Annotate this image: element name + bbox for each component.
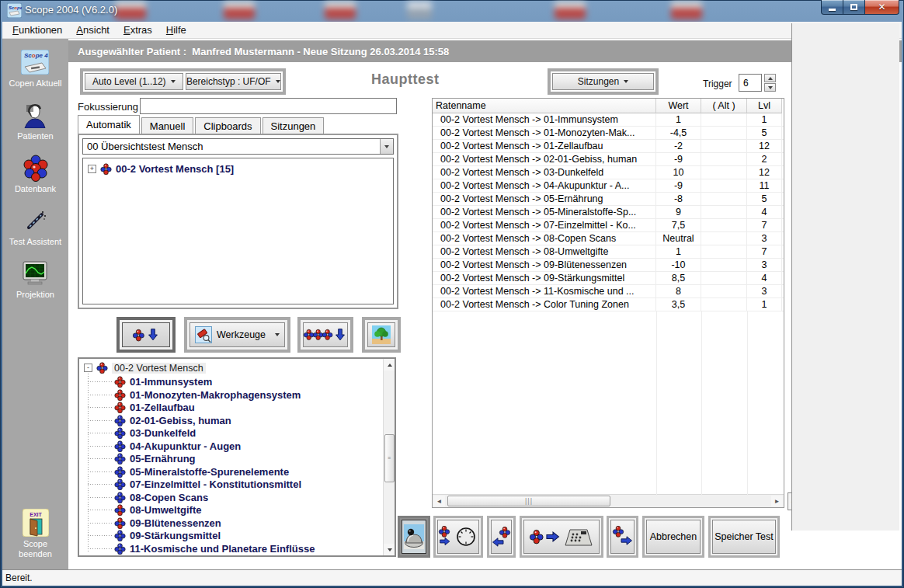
tree-item[interactable]: 01-Immunsystem (114, 376, 212, 388)
table-cell: 11 (747, 179, 782, 192)
trigger-value-field[interactable]: 6 (739, 74, 762, 92)
atoms-arrow-right-button[interactable] (610, 520, 635, 554)
table-hscrollbar[interactable]: ◄ ||| ► (433, 494, 784, 507)
action-button-frame (433, 516, 483, 558)
menu-item-hilfe[interactable]: Hilfe (159, 23, 193, 37)
table-cell (701, 153, 747, 165)
table-cell: 5 (747, 127, 782, 139)
table-cell: 00-2 Vortest Mensch -> 05-Mineralstoffe-… (433, 206, 656, 218)
collapse-minus-icon[interactable]: - (84, 364, 92, 372)
column-header-alt[interactable]: ( Alt ) (701, 99, 747, 113)
sidebar-item-patienten[interactable]: Patienten (17, 101, 53, 141)
menu-item-funktionen[interactable]: Funktionen (5, 23, 69, 37)
tree-scrollbar[interactable]: ≡ (383, 359, 395, 555)
tree-item[interactable]: 05-Ernährung (114, 453, 196, 464)
atoms-download-button[interactable] (303, 322, 348, 347)
dropdown-arrow-button[interactable] (380, 139, 393, 154)
table-row[interactable]: 00-2 Vortest Mensch -> 05-Ernährung-85 (433, 193, 784, 206)
scroll-left-button[interactable]: ◄ (433, 496, 445, 506)
table-row[interactable]: 00-2 Vortest Mensch -> 11-Kosmische und … (433, 285, 784, 298)
table-cell: 00-2 Vortest Mensch -> 08-Umweltgifte (433, 245, 656, 258)
atom-to-device-button[interactable] (523, 520, 600, 554)
trigger-up-button[interactable] (764, 74, 776, 82)
table-row[interactable]: 00-2 Vortest Mensch -> Color Tuning Zone… (433, 298, 784, 311)
bereichstyp-button[interactable]: Bereichstyp : UF/OF (186, 73, 282, 90)
column-header-wert[interactable]: Wert (656, 99, 701, 113)
table-row[interactable]: 00-2 Vortest Mensch -> 08-Copen ScansNeu… (433, 232, 784, 245)
tree-connector (88, 458, 113, 459)
tree-root-row[interactable]: - 00-2 Vortest Mensch (84, 362, 206, 374)
scroll-down-button[interactable] (384, 544, 395, 555)
tree-item-label: 01-Zellaufbau (130, 402, 195, 413)
action-button-frame: Speicher Test (708, 516, 780, 558)
sidebar-item-copen-aktuell[interactable]: Scope 4 Copen Aktuell (9, 48, 62, 88)
tree-item[interactable]: 04-Akupunktur - Augen (114, 440, 241, 452)
menu-item-ansicht[interactable]: Ansicht (69, 23, 116, 37)
atoms-arrow-left-button[interactable] (491, 520, 512, 554)
menu-item-extras[interactable]: Extras (116, 23, 159, 37)
tree-item[interactable]: 01-Zellaufbau (114, 402, 195, 413)
tab-sitzungen[interactable]: Sitzungen (263, 117, 325, 134)
table-row[interactable]: 00-2 Vortest Mensch -> 09-Blütenessenzen… (433, 259, 784, 272)
tree-item[interactable]: 08-Umweltgifte (114, 504, 201, 516)
close-button[interactable]: ✕ (864, 0, 899, 15)
table-row[interactable]: 00-2 Vortest Mensch -> 04-Akupunktur - A… (433, 179, 784, 193)
table-row[interactable]: 00-2 Vortest Mensch -> 01-Zellaufbau-212 (433, 140, 784, 153)
table-cell (701, 206, 747, 218)
sidebar-item-scope-beenden[interactable]: EXIT Scopebeenden (2, 509, 68, 558)
table-row[interactable]: 00-2 Vortest Mensch -> 05-Mineralstoffe-… (433, 206, 784, 219)
tree-root-row[interactable]: + 00-2 Vortest Mensch [15] (88, 163, 234, 175)
table-row[interactable]: 00-2 Vortest Mensch -> 01-Immunsystem11 (433, 113, 784, 127)
tree-item[interactable]: 09-Stärkungsmittel (114, 530, 221, 541)
maximize-button[interactable] (843, 0, 864, 15)
test-dropdown[interactable]: 00 Übersichtstest Mensch (82, 138, 394, 155)
abbrechen-button[interactable]: Abbrechen (646, 520, 701, 554)
tab-automatik[interactable]: Automatik (78, 115, 140, 134)
svg-text:Scope: Scope (9, 5, 22, 10)
atom-to-device-icon (528, 525, 595, 548)
table-cell: 00-2 Vortest Mensch -> 03-Dunkelfeld (433, 166, 656, 179)
atoms-to-dial-button[interactable] (437, 520, 479, 554)
fokussierung-input[interactable] (140, 98, 397, 114)
sidebar-item-projektion[interactable]: Projektion (16, 259, 54, 299)
tree-item[interactable]: 09-Blütenessenzen (114, 517, 221, 529)
tree-item[interactable]: 03-Dunkelfeld (114, 427, 196, 439)
table-cell (701, 127, 747, 139)
expand-plus-icon[interactable]: + (88, 165, 96, 173)
scroll-up-button[interactable] (384, 359, 395, 371)
sidebar-item-datenbank[interactable]: Datenbank (15, 154, 56, 193)
tree-item[interactable]: 02-01-Gebiss, human (114, 415, 231, 426)
table-cell: 00-2 Vortest Mensch -> 09-Blütenessenzen (433, 259, 656, 271)
scroll-right-button[interactable]: ► (771, 496, 783, 506)
tree-item[interactable]: 05-Mineralstoffe-Spurenelemente (114, 466, 289, 478)
table-row[interactable]: 00-2 Vortest Mensch -> 02-01-Gebiss, hum… (433, 153, 784, 166)
table-header-row: RatennameWert( Alt )Lvl (433, 99, 784, 113)
column-header-ratenname[interactable]: Ratenname (433, 99, 656, 113)
tab-manuell[interactable]: Manuell (141, 117, 194, 134)
auto-level-button[interactable]: Auto Level (1..12) (85, 73, 183, 90)
atom-download-button[interactable] (122, 322, 170, 347)
table-row[interactable]: 00-2 Vortest Mensch -> 08-Umweltgifte17 (433, 245, 784, 259)
sitzungen-button[interactable]: Sitzungen (552, 73, 654, 90)
tree-item[interactable]: 01-Monozyten-Makrophagensystem (114, 389, 301, 401)
table-row[interactable]: 00-2 Vortest Mensch -> 01-Monozyten-Mak.… (433, 127, 784, 140)
hscrollbar-thumb[interactable]: ||| (447, 496, 610, 506)
tab-clipboards[interactable]: Clipboards (195, 117, 260, 134)
table-row[interactable]: 00-2 Vortest Mensch -> 09-Stärkungsmitte… (433, 272, 784, 285)
tree-root-label: 00-2 Vortest Mensch [15] (116, 163, 234, 175)
table-row[interactable]: 00-2 Vortest Mensch -> 03-Dunkelfeld1012 (433, 166, 784, 179)
column-header-lvl[interactable]: Lvl (747, 99, 782, 113)
tree-item[interactable]: 08-Copen Scans (114, 492, 208, 503)
dome-sensor-button[interactable] (402, 520, 426, 554)
scrollbar-thumb[interactable]: ≡ (384, 434, 395, 482)
werkzeuge-button[interactable]: Werkzeuge (189, 322, 285, 347)
tree-item[interactable]: 07-Einzelmittel - Konstitutionsmittel (114, 478, 301, 490)
tree-button[interactable] (367, 322, 395, 347)
sidebar-item-test-assistent[interactable]: Test Assistent (9, 207, 61, 246)
speicher-test-button[interactable]: Speicher Test (712, 520, 776, 554)
trigger-down-button[interactable] (764, 83, 776, 92)
table-cell: 8,5 (656, 272, 701, 284)
tree-item[interactable]: 11-Kosmische und Planetare Einflüsse (114, 543, 315, 555)
table-row[interactable]: 00-2 Vortest Mensch -> 07-Einzelmittel -… (433, 219, 784, 232)
minimize-button[interactable] (821, 0, 843, 15)
